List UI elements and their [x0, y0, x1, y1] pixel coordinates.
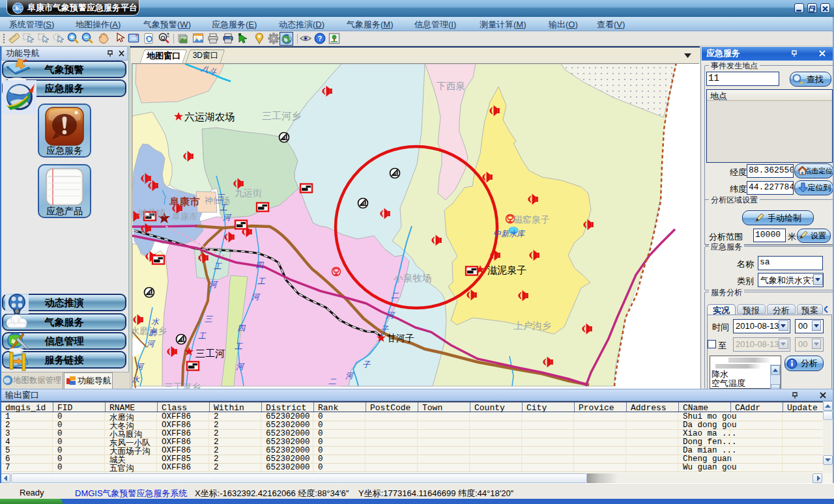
svg-text:Q: Q	[161, 35, 165, 41]
svg-text:?: ?	[318, 35, 323, 42]
svg-text:河: 河	[209, 280, 218, 289]
svg-text:河: 河	[136, 362, 145, 371]
svg-text:甘河子: 甘河子	[387, 333, 414, 343]
svg-text:河: 河	[147, 339, 156, 348]
svg-text:三: 三	[216, 193, 225, 202]
svg-text:河: 河	[345, 371, 354, 380]
svg-text:中新水库: 中新水库	[493, 229, 526, 238]
svg-text:工: 工	[214, 262, 222, 271]
svg-text:子: 子	[381, 325, 389, 334]
svg-text:工: 工	[220, 203, 228, 212]
svg-text:子: 子	[362, 360, 371, 369]
svg-text:阜康市: 阜康市	[169, 196, 200, 207]
svg-text:工: 工	[235, 342, 243, 351]
svg-text:下西泉: 下西泉	[437, 81, 465, 91]
svg-text:九运街: 九运街	[235, 188, 262, 198]
svg-text:磨: 磨	[149, 328, 158, 337]
svg-text:水: 水	[132, 375, 140, 384]
svg-text:小泉牧场: 小泉牧场	[394, 273, 431, 283]
svg-text:阜康市: 阜康市	[172, 212, 197, 221]
svg-text:滋泥泉子: 滋泥泉子	[487, 264, 526, 275]
svg-text:工: 工	[198, 331, 207, 341]
svg-text:二: 二	[391, 291, 399, 300]
svg-text:水: 水	[151, 317, 160, 326]
svg-text:河: 河	[236, 362, 245, 371]
svg-text:河: 河	[386, 311, 395, 320]
svg-text:河: 河	[223, 213, 232, 222]
svg-text:六运湖农场: 六运湖农场	[184, 111, 235, 122]
svg-text:四: 四	[255, 260, 265, 270]
svg-text:城关镇: 城关镇	[137, 208, 165, 218]
svg-text:三工河乡: 三工河乡	[262, 110, 301, 121]
svg-text:三: 三	[205, 315, 214, 324]
svg-text:上户沟乡: 上户沟乡	[513, 320, 551, 331]
svg-text:三工河: 三工河	[195, 348, 225, 359]
svg-text:工: 工	[257, 277, 266, 286]
svg-text:河: 河	[252, 292, 261, 301]
svg-text:四: 四	[237, 324, 246, 333]
svg-text:磁窑泉子: 磁窑泉子	[513, 214, 550, 225]
svg-text:二: 二	[328, 377, 337, 386]
